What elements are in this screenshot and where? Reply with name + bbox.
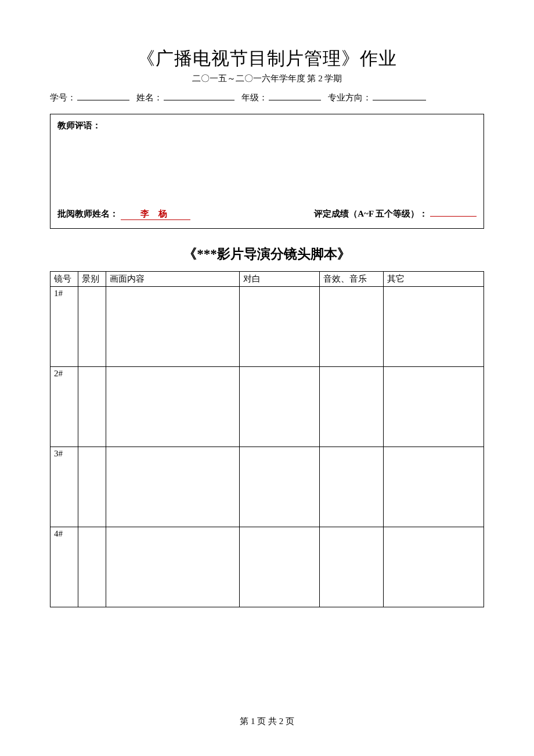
teacher-comment-box: 教师评语： 批阅教师姓名： 李 杨 评定成绩（A~F 五个等级）： <box>50 114 484 229</box>
cell-shot: 1# <box>50 287 78 367</box>
cell-view <box>78 447 106 527</box>
page-footer: 第 1 页 共 2 页 <box>0 716 534 727</box>
table-row: 3# <box>50 447 484 527</box>
reviewing-teacher-label: 批阅教师姓名： <box>57 209 118 218</box>
student-id-blank <box>77 90 129 100</box>
student-id-field: 学号： <box>50 90 129 103</box>
name-blank <box>164 90 234 100</box>
major-blank <box>373 90 426 100</box>
col-sound-header: 音效、音乐 <box>320 272 384 287</box>
cell-shot: 2# <box>50 367 78 447</box>
page-title: 《广播电视节目制片管理》作业 <box>50 46 484 71</box>
reviewing-teacher-name: 李 杨 <box>121 208 190 220</box>
grade-result-blank <box>430 207 477 217</box>
cell-dialog <box>240 287 320 367</box>
grade-label: 年级： <box>241 92 268 103</box>
student-id-label: 学号： <box>50 92 76 103</box>
cell-dialog <box>240 367 320 447</box>
cell-dialog <box>240 447 320 527</box>
name-label: 姓名： <box>136 92 163 103</box>
subtitle: 二〇一五～二〇一六年学年度 第 2 学期 <box>50 73 484 84</box>
table-row: 1# <box>50 287 484 367</box>
comment-label: 教师评语： <box>57 120 477 131</box>
table-row: 2# <box>50 367 484 447</box>
cell-view <box>78 287 106 367</box>
cell-other <box>384 287 484 367</box>
cell-view <box>78 367 106 447</box>
cell-shot: 3# <box>50 447 78 527</box>
cell-other <box>384 527 484 607</box>
cell-content <box>106 367 240 447</box>
cell-other <box>384 367 484 447</box>
cell-sound <box>320 367 384 447</box>
grade-result-field: 评定成绩（A~F 五个等级）： <box>314 207 477 219</box>
table-row: 4# <box>50 527 484 607</box>
grade-result-label: 评定成绩（A~F 五个等级）： <box>314 209 428 218</box>
col-shot-header: 镜号 <box>50 272 78 287</box>
grade-blank <box>269 90 321 100</box>
script-title: 《***影片导演分镜头脚本》 <box>50 245 484 263</box>
cell-dialog <box>240 527 320 607</box>
comment-bottom-row: 批阅教师姓名： 李 杨 评定成绩（A~F 五个等级）： <box>57 207 477 220</box>
col-other-header: 其它 <box>384 272 484 287</box>
col-dialog-header: 对白 <box>240 272 320 287</box>
col-view-header: 景别 <box>78 272 106 287</box>
storyboard-table: 镜号 景别 画面内容 对白 音效、音乐 其它 1# 2# 3# <box>50 271 484 607</box>
cell-sound <box>320 447 384 527</box>
table-header-row: 镜号 景别 画面内容 对白 音效、音乐 其它 <box>50 272 484 287</box>
cell-content <box>106 287 240 367</box>
cell-content <box>106 447 240 527</box>
name-field: 姓名： <box>136 90 234 103</box>
major-field: 专业方向： <box>328 90 426 103</box>
student-info-row: 学号： 姓名： 年级： 专业方向： <box>50 90 484 103</box>
cell-sound <box>320 287 384 367</box>
cell-shot: 4# <box>50 527 78 607</box>
cell-other <box>384 447 484 527</box>
col-content-header: 画面内容 <box>106 272 240 287</box>
cell-sound <box>320 527 384 607</box>
cell-view <box>78 527 106 607</box>
cell-content <box>106 527 240 607</box>
grade-field: 年级： <box>241 90 321 103</box>
reviewing-teacher-field: 批阅教师姓名： 李 杨 <box>57 208 190 220</box>
major-label: 专业方向： <box>328 92 371 103</box>
